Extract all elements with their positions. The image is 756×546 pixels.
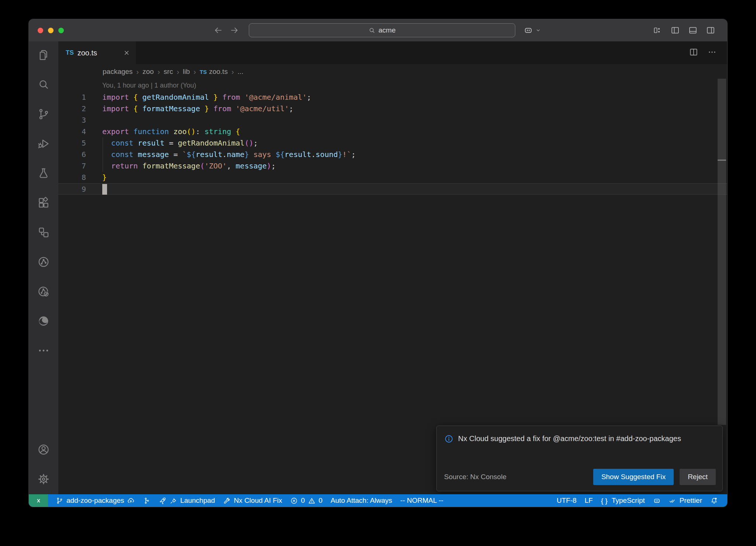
- toggle-secondary-sidebar-icon: [706, 25, 715, 35]
- code-text: }: [86, 172, 107, 183]
- plug-icon: [169, 497, 177, 505]
- additional-views-button[interactable]: [37, 344, 50, 357]
- arrow-left-icon[interactable]: [213, 25, 223, 35]
- arrow-right-icon[interactable]: [230, 25, 239, 35]
- notification-message: Nx Cloud suggested a fix for @acme/zoo:t…: [458, 433, 688, 444]
- extensions-icon: [37, 197, 50, 209]
- edge-browser-button[interactable]: [37, 315, 50, 327]
- explorer-button[interactable]: [37, 49, 50, 61]
- code-text: export function zoo(): string {: [86, 126, 240, 137]
- eol-button[interactable]: LF: [581, 494, 597, 507]
- more-actions-button[interactable]: [707, 47, 717, 58]
- settings-button[interactable]: [37, 473, 50, 485]
- breadcrumb-item-lib[interactable]: lib: [183, 68, 190, 76]
- code-line[interactable]: 8}: [58, 172, 727, 183]
- encoding-button[interactable]: UTF-8: [553, 494, 581, 507]
- tab-zoo-ts[interactable]: TS zoo.ts: [58, 41, 136, 64]
- line-number: 6: [58, 149, 86, 160]
- code-line[interactable]: 7 return formatMessage('ZOO', message);: [58, 160, 727, 172]
- tab-label: zoo.ts: [78, 49, 97, 57]
- code-line[interactable]: 9: [58, 183, 727, 195]
- reject-button[interactable]: Reject: [680, 469, 716, 485]
- editor-scrollbar[interactable]: [718, 79, 726, 425]
- command-center-search[interactable]: acme: [249, 23, 515, 37]
- toggle-primary-sidebar-button[interactable]: [670, 25, 680, 35]
- show-suggested-fix-button[interactable]: Show Suggested Fix: [593, 469, 674, 485]
- extensions-button[interactable]: [37, 197, 50, 209]
- remote-indicator[interactable]: [29, 494, 48, 507]
- code-line[interactable]: 2import { formatMessage } from '@acme/ut…: [58, 103, 727, 115]
- language-mode-button[interactable]: { }TypeScript: [597, 494, 649, 507]
- vim-mode-indicator[interactable]: -- NORMAL --: [396, 494, 447, 507]
- status-bar-right: UTF-8LF{ }TypeScriptPrettier: [553, 494, 727, 507]
- code-line[interactable]: 3: [58, 115, 727, 126]
- code-line[interactable]: 5 const result = getRandomAnimal();: [58, 137, 727, 149]
- problems-button[interactable]: 00: [286, 494, 326, 507]
- toggle-secondary-sidebar-button[interactable]: [706, 25, 715, 35]
- search-icon: [368, 27, 375, 34]
- line-number: 3: [58, 115, 86, 126]
- notification-source: Source: Nx Console: [444, 473, 506, 481]
- line-number: 4: [58, 126, 86, 137]
- toggle-primary-sidebar-icon: [670, 25, 680, 35]
- indent-guide: [103, 137, 103, 149]
- code-line[interactable]: 1import { getRandomAnimal } from '@acme/…: [58, 92, 727, 103]
- split-editor-icon: [689, 47, 698, 57]
- breadcrumb-item-src[interactable]: src: [164, 68, 173, 76]
- split-editor-button[interactable]: [689, 47, 698, 58]
- copilot-menu-button[interactable]: [523, 19, 542, 41]
- accounts-button[interactable]: [37, 443, 50, 456]
- workspaces-button[interactable]: [37, 226, 50, 239]
- braces-icon: { }: [601, 497, 609, 505]
- customize-layout-button[interactable]: [653, 25, 662, 35]
- nx-console-button[interactable]: [37, 256, 50, 268]
- nx-console-icon: [37, 256, 50, 268]
- nx-cloud-ai-fix-button[interactable]: Nx Cloud AI Fix: [219, 494, 286, 507]
- breadcrumb-item-[interactable]: ...: [238, 68, 244, 76]
- tab-close-button[interactable]: [123, 50, 130, 56]
- zoom-window-button[interactable]: [58, 28, 64, 33]
- breadcrumb-separator: ›: [158, 68, 160, 76]
- git-graph-icon: [143, 497, 151, 505]
- line-number: 7: [58, 160, 86, 172]
- formatter-button[interactable]: Prettier: [665, 494, 706, 507]
- search-button[interactable]: [37, 78, 50, 91]
- breadcrumb-item-zoo[interactable]: zoo: [142, 68, 154, 76]
- rocket-icon: [159, 497, 166, 505]
- notification-close-icon[interactable]: [707, 433, 716, 442]
- branch-button[interactable]: add-zoo-packages: [52, 494, 139, 507]
- notifications-bell-button[interactable]: [706, 494, 722, 507]
- git-graph-button[interactable]: [139, 494, 155, 507]
- bell-dot-icon: [710, 497, 718, 505]
- status-bar: add-zoo-packagesLaunchpadNx Cloud AI Fix…: [29, 494, 727, 507]
- code-line[interactable]: 4export function zoo(): string {: [58, 126, 727, 137]
- testing-flask-icon: [37, 167, 50, 180]
- close-window-button[interactable]: [38, 28, 43, 33]
- code-text: [86, 115, 102, 126]
- code-text: const message = `${result.name} says ${r…: [86, 149, 356, 160]
- breadcrumb-item-packages[interactable]: packages: [103, 68, 133, 76]
- copilot-status-button[interactable]: [649, 494, 665, 507]
- testing-button[interactable]: [37, 167, 50, 180]
- activity-bar-bottom: [37, 443, 50, 485]
- nx-cloud-button[interactable]: [37, 285, 50, 298]
- toggle-panel-button[interactable]: [688, 25, 698, 35]
- command-center-value: acme: [378, 26, 395, 34]
- code-line[interactable]: 6 const message = `${result.name} says $…: [58, 149, 727, 160]
- minimize-window-button[interactable]: [48, 28, 54, 33]
- account-icon: [37, 443, 50, 456]
- indent-guide: [103, 160, 103, 172]
- tab-bar: TS zoo.ts: [58, 41, 727, 64]
- copilot-icon: [523, 25, 533, 35]
- notification-settings-gear-icon[interactable]: [692, 433, 701, 442]
- line-number: 1: [58, 92, 86, 103]
- auto-attach-button[interactable]: Auto Attach: Always: [326, 494, 396, 507]
- notification-toast: Nx Cloud suggested a fix for @acme/zoo:t…: [436, 426, 723, 491]
- launchpad-button[interactable]: Launchpad: [155, 494, 219, 507]
- git-blame-annotation: You, 1 hour ago | 1 author (You): [58, 79, 727, 92]
- error-icon: [290, 497, 298, 505]
- activity-bar: [29, 41, 58, 494]
- source-control-button[interactable]: [37, 108, 50, 120]
- breadcrumb-item-zoots[interactable]: TSzoo.ts: [200, 68, 228, 76]
- run-debug-button[interactable]: [37, 137, 50, 150]
